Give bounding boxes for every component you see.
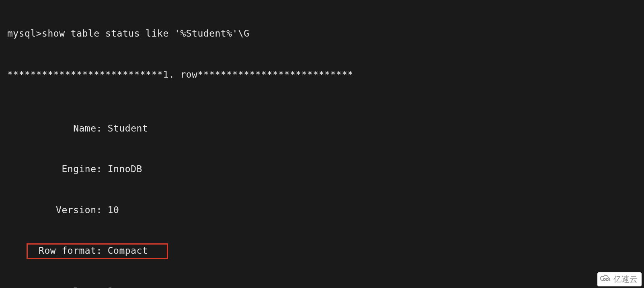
svg-point-1 [606, 278, 608, 280]
terminal-output[interactable]: mysql> show table status like '%Student%… [0, 0, 644, 288]
field-rows: Rows:3 [7, 285, 644, 288]
field-name: Name:Student [7, 122, 644, 136]
watermark: 亿速云 [597, 272, 642, 286]
command-text: show table status like '%Student%'\G [42, 27, 250, 41]
field-engine: Engine:InnoDB [7, 163, 644, 176]
row-separator: *************************** 1. row *****… [7, 68, 644, 82]
command-line: mysql> show table status like '%Student%… [7, 27, 644, 41]
svg-point-0 [603, 278, 605, 280]
field-version: Version:10 [7, 204, 644, 217]
cloud-icon [600, 274, 611, 284]
prompt[interactable]: mysql> [7, 27, 42, 41]
field-row-format: Row_format:Compact [7, 244, 644, 258]
watermark-text: 亿速云 [613, 274, 638, 285]
